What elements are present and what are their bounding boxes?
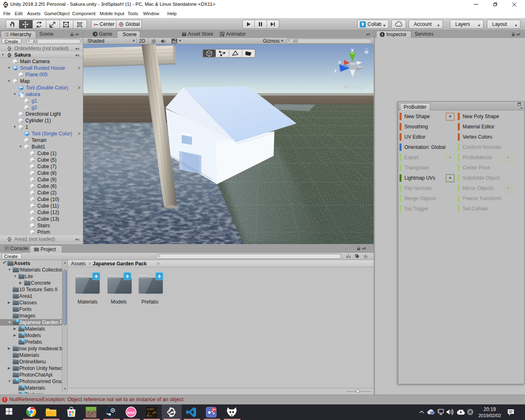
svg-text:x: x	[338, 59, 341, 64]
svg-text:z: z	[334, 68, 337, 73]
svg-text:Persp: Persp	[350, 84, 364, 91]
svg-text:9+: 9+	[212, 408, 216, 411]
svg-text:y: y	[351, 47, 354, 52]
svg-text:osu!: osu!	[127, 411, 135, 415]
